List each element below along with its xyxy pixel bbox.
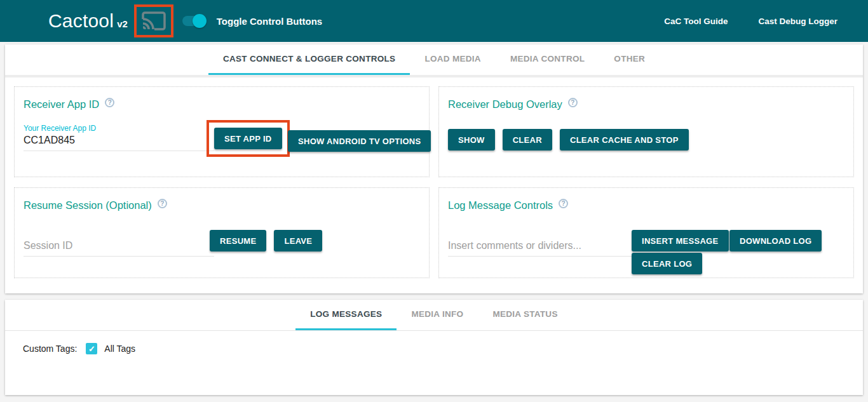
- toggle-label: Toggle Control Buttons: [217, 16, 322, 27]
- tab-media-control[interactable]: MEDIA CONTROL: [496, 44, 599, 75]
- header-links: CaC Tool Guide Cast Debug Logger: [664, 17, 837, 26]
- log-message-input[interactable]: [448, 239, 643, 257]
- checkmark-icon: ✓: [88, 344, 95, 354]
- cast-button-highlight-box: [134, 4, 173, 37]
- receiver-debug-overlay-title-row: Receiver Debug Overlay ?: [448, 98, 578, 111]
- show-android-tv-options-button[interactable]: SHOW ANDROID TV OPTIONS: [288, 130, 431, 152]
- tab-other[interactable]: OTHER: [599, 44, 660, 75]
- custom-tags-label: Custom Tags:: [23, 344, 77, 354]
- help-icon[interactable]: ?: [568, 98, 578, 107]
- log-message-controls-panel: Log Message Controls ? INSERT MESSAGE DO…: [438, 187, 854, 278]
- log-tab-bar: LOG MESSAGES MEDIA INFO MEDIA STATUS: [5, 300, 863, 330]
- resume-session-title: Resume Session (Optional): [24, 199, 152, 211]
- cast-debug-logger-link[interactable]: Cast Debug Logger: [758, 17, 837, 26]
- resume-session-panel: Resume Session (Optional) ? RESUME LEAVE: [14, 187, 430, 278]
- tab-media-status[interactable]: MEDIA STATUS: [478, 300, 572, 330]
- resume-session-title-row: Resume Session (Optional) ?: [24, 199, 167, 211]
- set-app-id-button[interactable]: SET APP ID: [214, 128, 282, 149]
- all-tags-label: All Tags: [104, 344, 135, 354]
- control-buttons-toggle[interactable]: [182, 14, 207, 28]
- cast-icon[interactable]: [140, 9, 168, 33]
- receiver-debug-overlay-title: Receiver Debug Overlay: [448, 98, 562, 111]
- clear-log-button[interactable]: CLEAR LOG: [632, 253, 702, 274]
- receiver-app-id-field: Your Receiver App ID: [24, 124, 214, 151]
- control-panels-grid: Receiver App ID ? Your Receiver App ID S…: [5, 77, 863, 287]
- help-icon[interactable]: ?: [559, 199, 568, 208]
- session-id-field: [24, 239, 214, 257]
- receiver-app-id-panel: Receiver App ID ? Your Receiver App ID S…: [14, 86, 430, 177]
- tab-media-info[interactable]: MEDIA INFO: [397, 300, 478, 330]
- tab-log-messages[interactable]: LOG MESSAGES: [295, 300, 397, 330]
- help-icon[interactable]: ?: [158, 199, 167, 208]
- receiver-app-id-field-label: Your Receiver App ID: [24, 124, 214, 133]
- receiver-debug-overlay-panel: Receiver Debug Overlay ? SHOW CLEAR CLEA…: [438, 86, 854, 177]
- clear-cache-and-stop-button[interactable]: CLEAR CACHE AND STOP: [560, 129, 689, 151]
- receiver-app-id-title: Receiver App ID: [24, 98, 99, 111]
- toggle-knob: [193, 14, 207, 28]
- session-id-input[interactable]: [24, 239, 214, 257]
- download-log-button[interactable]: DOWNLOAD LOG: [729, 230, 822, 251]
- custom-tags-row: Custom Tags: ✓ All Tags: [5, 331, 863, 366]
- resume-button[interactable]: RESUME: [210, 230, 266, 251]
- log-messages-card: LOG MESSAGES MEDIA INFO MEDIA STATUS Cus…: [5, 300, 863, 395]
- tab-load-media[interactable]: LOAD MEDIA: [410, 44, 496, 75]
- app-version: v2: [117, 18, 128, 29]
- debug-overlay-buttons: SHOW CLEAR CLEAR CACHE AND STOP: [448, 129, 689, 151]
- log-message-field: [448, 239, 643, 257]
- log-message-controls-title: Log Message Controls: [448, 199, 553, 211]
- controls-card: CAST CONNECT & LOGGER CONTROLS LOAD MEDI…: [5, 44, 863, 293]
- main-tab-bar: CAST CONNECT & LOGGER CONTROLS LOAD MEDI…: [5, 44, 863, 75]
- insert-message-button[interactable]: INSERT MESSAGE: [632, 230, 729, 251]
- clear-overlay-button[interactable]: CLEAR: [503, 129, 552, 151]
- help-icon[interactable]: ?: [105, 98, 114, 107]
- resume-session-buttons: RESUME LEAVE: [210, 230, 322, 251]
- log-message-controls-title-row: Log Message Controls ?: [448, 199, 568, 211]
- receiver-app-id-input[interactable]: [24, 133, 214, 151]
- receiver-app-id-title-row: Receiver App ID ?: [24, 98, 114, 111]
- set-app-id-highlight-box: SET APP ID: [207, 120, 290, 157]
- all-tags-checkbox[interactable]: ✓: [86, 343, 97, 354]
- show-overlay-button[interactable]: SHOW: [448, 129, 495, 151]
- app-header: Cactool v2 Toggle Control Buttons CaC To…: [0, 0, 868, 42]
- leave-button[interactable]: LEAVE: [274, 230, 322, 251]
- cac-tool-guide-link[interactable]: CaC Tool Guide: [664, 17, 728, 26]
- tab-cast-connect-logger-controls[interactable]: CAST CONNECT & LOGGER CONTROLS: [208, 44, 410, 75]
- app-title: Cactool v2: [48, 10, 128, 32]
- app-title-text: Cactool: [48, 10, 114, 32]
